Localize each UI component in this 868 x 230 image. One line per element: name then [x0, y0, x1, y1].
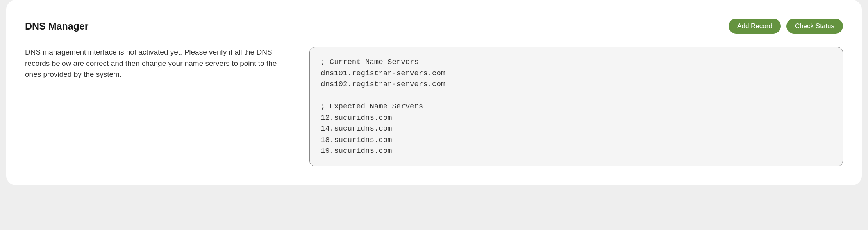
- content-row: DNS management interface is not activate…: [25, 47, 843, 166]
- check-status-button[interactable]: Check Status: [786, 19, 843, 34]
- header-row: DNS Manager Add Record Check Status: [25, 19, 843, 34]
- nameserver-code-block: ; Current Name Servers dns101.registrar-…: [309, 47, 843, 166]
- dns-manager-card: DNS Manager Add Record Check Status DNS …: [6, 0, 862, 185]
- add-record-button[interactable]: Add Record: [729, 19, 781, 34]
- button-group: Add Record Check Status: [729, 19, 843, 34]
- description-text: DNS management interface is not activate…: [25, 47, 291, 80]
- page-title: DNS Manager: [25, 21, 89, 32]
